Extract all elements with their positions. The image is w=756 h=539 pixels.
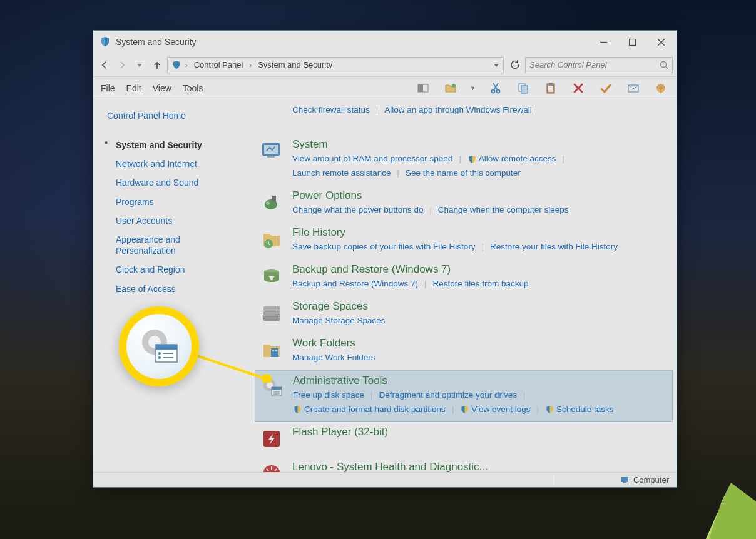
link-backup-restore[interactable]: Backup and Restore (Windows 7) — [292, 277, 418, 291]
section-title-filehistory[interactable]: File History — [292, 226, 345, 239]
section-backup: Backup and Restore (Windows 7) Backup an… — [258, 259, 673, 296]
link-defrag[interactable]: Defragment and optimize your drives — [379, 388, 517, 403]
toolbar-newfolder-icon[interactable] — [442, 81, 459, 96]
menu-edit[interactable]: Edit — [126, 83, 141, 93]
search-input[interactable] — [529, 60, 660, 69]
svg-rect-32 — [272, 196, 276, 202]
svg-rect-40 — [272, 350, 274, 351]
svg-rect-26 — [262, 114, 281, 123]
maximize-button[interactable] — [618, 33, 646, 51]
svg-rect-36 — [263, 306, 280, 311]
svg-rect-45 — [272, 387, 282, 390]
sidebar-item-appearance[interactable]: Appearance and Personalization — [107, 230, 238, 260]
link-sleep[interactable]: Change when the computer sleeps — [438, 203, 569, 218]
svg-point-9 — [661, 61, 667, 67]
menubar: File Edit View Tools ▼ — [93, 77, 677, 99]
toolbar-dropdown-icon[interactable]: ▼ — [470, 85, 476, 91]
section-title-system[interactable]: System — [292, 138, 328, 151]
toolbar-cut-icon[interactable] — [488, 81, 504, 96]
close-button[interactable] — [646, 33, 675, 51]
computer-icon — [620, 475, 630, 485]
system-icon — [258, 138, 285, 164]
admin-tools-icon — [259, 375, 285, 401]
link-save-backup[interactable]: Save backup copies of your files with Fi… — [292, 240, 476, 254]
search-icon[interactable] — [660, 61, 668, 69]
up-button[interactable] — [150, 58, 165, 73]
svg-marker-8 — [494, 64, 499, 67]
sidebar-item-system-security[interactable]: System and Security — [107, 136, 238, 154]
chevron-down-icon[interactable] — [493, 60, 499, 70]
navbar: › Control Panel › System and Security — [93, 53, 677, 77]
menu-tools[interactable]: Tools — [183, 83, 203, 93]
statusbar-label: Computer — [633, 475, 669, 485]
section-lenovo: Lenovo - System Health and Diagnostic... — [258, 457, 673, 472]
control-panel-home-link[interactable]: Control Panel Home — [107, 111, 238, 121]
sidebar-item-clock-region[interactable]: Clock and Region — [107, 260, 238, 279]
link-check-firewall[interactable]: Check firewall status — [292, 103, 370, 118]
link-allow-remote[interactable]: Allow remote access — [479, 152, 556, 166]
link-restore-backup[interactable]: Restore files from backup — [432, 277, 528, 291]
section-title-flash[interactable]: Flash Player (32-bit) — [292, 426, 388, 438]
link-manage-workfolders[interactable]: Manage Work Folders — [292, 351, 375, 365]
link-power-buttons[interactable]: Change what the power buttons do — [292, 203, 423, 218]
shield-icon — [100, 36, 111, 48]
storage-icon — [258, 300, 285, 326]
link-schedule-tasks[interactable]: Schedule tasks — [556, 403, 614, 417]
minimize-button[interactable] — [589, 33, 618, 51]
svg-rect-58 — [621, 477, 628, 482]
link-computer-name[interactable]: See the name of this computer — [406, 166, 521, 181]
back-button[interactable] — [97, 58, 112, 73]
toolbar-toggle-icon[interactable] — [415, 81, 431, 96]
breadcrumb-current[interactable]: System and Security — [255, 59, 335, 71]
toolbar-shell-icon[interactable] — [653, 81, 669, 96]
search-box[interactable] — [525, 57, 673, 73]
statusbar: Computer — [93, 472, 677, 487]
content-area[interactable]: Check firewall status | Allow an app thr… — [252, 99, 677, 472]
svg-rect-30 — [267, 156, 275, 158]
sidebar-item-user-accounts[interactable]: User Accounts — [107, 211, 238, 230]
recent-locations-button[interactable] — [132, 58, 147, 73]
sidebar-item-network[interactable]: Network and Internet — [107, 154, 238, 173]
svg-rect-39 — [271, 348, 278, 357]
forward-button[interactable] — [115, 58, 130, 73]
menu-file[interactable]: File — [101, 83, 115, 93]
section-title-storage[interactable]: Storage Spaces — [292, 300, 368, 313]
toolbar-mail-icon[interactable] — [625, 81, 641, 96]
section-title-workfolders[interactable]: Work Folders — [292, 337, 355, 350]
breadcrumb-root[interactable]: Control Panel — [192, 59, 246, 71]
backup-icon — [258, 263, 285, 290]
link-launch-remote-assist[interactable]: Launch remote assistance — [292, 166, 391, 181]
link-manage-storage[interactable]: Manage Storage Spaces — [292, 314, 386, 328]
link-event-logs[interactable]: View event logs — [471, 403, 530, 417]
link-partitions[interactable]: Create and format hard disk partitions — [304, 403, 446, 417]
link-free-disk[interactable]: Free up disk space — [293, 388, 364, 403]
link-allow-app-firewall[interactable]: Allow an app through Windows Firewall — [384, 103, 532, 118]
svg-rect-41 — [275, 350, 277, 351]
section-title-lenovo[interactable]: Lenovo - System Health and Diagnostic... — [292, 461, 488, 472]
section-title-power[interactable]: Power Options — [292, 189, 362, 202]
breadcrumb[interactable]: › Control Panel › System and Security — [167, 57, 504, 73]
sidebar-item-programs[interactable]: Programs — [107, 193, 238, 211]
toolbar-delete-icon[interactable] — [570, 81, 586, 96]
section-title-backup[interactable]: Backup and Restore (Windows 7) — [292, 263, 451, 276]
menu-view[interactable]: View — [153, 83, 171, 93]
uac-shield-icon — [545, 405, 554, 414]
sidebar-item-ease-access[interactable]: Ease of Access — [107, 280, 238, 298]
lenovo-icon — [258, 461, 285, 472]
toolbar-copy-icon[interactable] — [515, 81, 531, 96]
refresh-button[interactable] — [506, 57, 523, 73]
link-view-ram[interactable]: View amount of RAM and processor speed — [292, 152, 452, 166]
section-storage: Storage Spaces Manage Storage Spaces — [258, 296, 673, 333]
titlebar: System and Security — [93, 31, 677, 53]
section-firewall: Check firewall status | Allow an app thr… — [258, 99, 673, 134]
svg-rect-59 — [623, 482, 626, 483]
section-title-admin[interactable]: Administrative Tools — [293, 375, 387, 387]
link-restore-filehistory[interactable]: Restore your files with File History — [490, 240, 618, 254]
workfolders-icon — [258, 337, 285, 363]
svg-rect-3 — [629, 39, 635, 45]
sidebar-item-hardware[interactable]: Hardware and Sound — [107, 173, 238, 192]
toolbar-check-icon[interactable] — [598, 81, 614, 96]
toolbar-paste-icon[interactable] — [543, 81, 559, 96]
svg-point-33 — [266, 201, 270, 205]
sidebar: Control Panel Home System and Security N… — [93, 99, 252, 472]
